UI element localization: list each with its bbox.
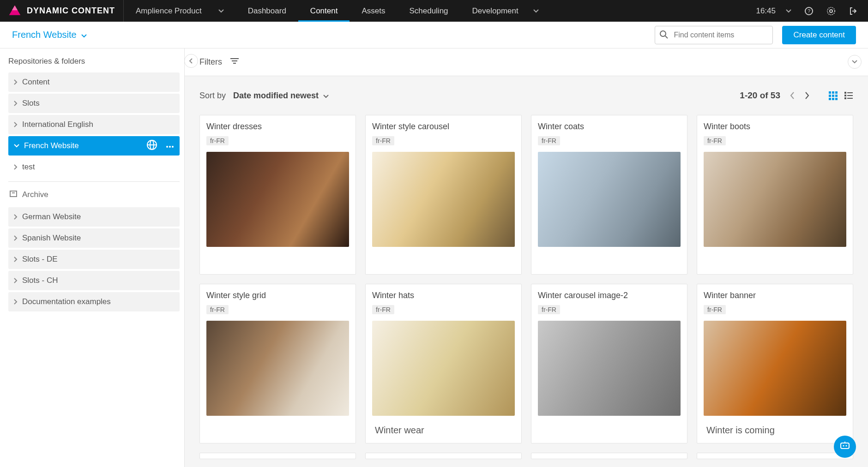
card-title: Winter boots	[704, 122, 846, 132]
card-caption: Winter is coming	[704, 425, 846, 436]
content-card[interactable]	[531, 453, 687, 459]
sidebar-item-test[interactable]: test	[8, 157, 180, 177]
svg-point-35	[843, 445, 844, 447]
svg-point-36	[846, 445, 847, 447]
search	[655, 26, 773, 44]
content-card[interactable]: Winter style carouselfr-FR	[365, 115, 522, 275]
sidebar-item-french-website[interactable]: French Website	[8, 136, 180, 156]
search-input[interactable]	[655, 26, 773, 44]
svg-rect-28	[844, 92, 846, 94]
chevron-down-icon	[81, 30, 87, 40]
create-content-button[interactable]: Create content	[782, 26, 856, 44]
content-grid: Winter dressesfr-FRWinter style carousel…	[185, 115, 868, 467]
svg-rect-33	[847, 98, 853, 99]
svg-rect-25	[829, 98, 831, 100]
sidebar-item-german[interactable]: German Website	[8, 207, 180, 227]
content-card[interactable]: Winter carousel image-2fr-FR	[531, 284, 687, 443]
card-title: Winter coats	[538, 122, 681, 132]
content-card[interactable]: Winter bannerfr-FRWinter is coming	[697, 284, 853, 443]
view-grid-button[interactable]	[828, 91, 838, 100]
sidebar-item-slots-de[interactable]: Slots - DE	[8, 250, 180, 269]
card-caption: Winter wear	[372, 425, 515, 436]
svg-point-4	[830, 10, 832, 12]
card-title: Winter style grid	[206, 291, 349, 300]
pager-next-button[interactable]	[804, 91, 810, 100]
content-card[interactable]	[199, 453, 356, 459]
nav-assets[interactable]: Assets	[350, 0, 397, 22]
locale-badge: fr-FR	[206, 136, 229, 145]
view-list-button[interactable]	[844, 91, 853, 100]
more-icon[interactable]	[166, 141, 174, 150]
nav-development[interactable]: Development	[460, 0, 551, 22]
card-thumbnail	[206, 321, 349, 416]
site-selector-label: French Website	[12, 30, 77, 40]
svg-rect-30	[844, 95, 846, 96]
filter-icon[interactable]	[229, 57, 240, 67]
content-card[interactable]	[365, 453, 522, 459]
svg-rect-14	[10, 191, 17, 197]
logo-text: DYNAMIC CONTENT	[27, 6, 115, 16]
logout-icon[interactable]	[849, 6, 858, 16]
locale-badge: fr-FR	[704, 136, 726, 145]
locale-badge: fr-FR	[206, 305, 229, 314]
content-card[interactable]: Winter hatsfr-FRWinter wear	[365, 284, 522, 443]
site-selector[interactable]: French Website	[12, 30, 87, 40]
content-card[interactable]: Winter coatsfr-FR	[531, 115, 687, 275]
logo: DYNAMIC CONTENT	[0, 0, 124, 22]
content-card[interactable]: Winter style gridfr-FR	[199, 284, 356, 443]
locale-badge: fr-FR	[704, 305, 726, 314]
collapse-sidebar-button[interactable]	[184, 54, 198, 68]
svg-point-6	[660, 31, 666, 36]
sort-value[interactable]: Date modified newest	[233, 91, 319, 101]
sidebar-item-slots-ch[interactable]: Slots - CH	[8, 271, 180, 290]
card-thumbnail	[538, 152, 681, 247]
locale-badge: fr-FR	[538, 305, 560, 314]
nav-scheduling[interactable]: Scheduling	[397, 0, 460, 22]
chat-fab[interactable]	[834, 436, 856, 458]
card-title: Winter carousel image-2	[538, 291, 681, 300]
pager: 1-20 of 53	[740, 90, 810, 101]
content-card[interactable]: Winter dressesfr-FR	[199, 115, 356, 275]
chevron-right-icon	[14, 235, 18, 241]
svg-rect-23	[832, 95, 834, 97]
svg-point-13	[172, 146, 174, 148]
sidebar-item-content[interactable]: Content	[8, 72, 180, 92]
subheader: French Website Create content	[0, 22, 868, 48]
product-selector-label: Amplience Product	[136, 6, 202, 16]
sidebar-archive[interactable]: Archive	[8, 186, 180, 203]
gear-icon[interactable]	[826, 6, 836, 16]
chevron-right-icon	[14, 122, 18, 127]
sidebar-item-slots[interactable]: Slots	[8, 94, 180, 113]
help-icon[interactable]: ?	[804, 6, 814, 16]
sidebar-item-spanish[interactable]: Spanish Website	[8, 228, 180, 248]
chevron-right-icon	[14, 299, 18, 305]
time-selector[interactable]: 16:45	[756, 6, 791, 16]
filters-bar: Filters	[185, 48, 868, 76]
card-thumbnail	[372, 152, 515, 247]
sidebar-item-intl-english[interactable]: International English	[8, 115, 180, 134]
svg-marker-1	[12, 5, 18, 10]
product-selector[interactable]: Amplience Product	[124, 6, 236, 16]
svg-rect-29	[847, 92, 853, 93]
svg-rect-20	[832, 91, 834, 94]
svg-rect-27	[835, 98, 838, 100]
card-thumbnail	[372, 321, 515, 416]
svg-rect-26	[832, 98, 834, 100]
card-title: Winter style carousel	[372, 122, 515, 132]
card-thumbnail	[704, 321, 846, 416]
expand-filters-button[interactable]	[848, 55, 862, 69]
pager-prev-button[interactable]	[790, 91, 795, 100]
nav-dashboard[interactable]: Dashboard	[236, 0, 298, 22]
content-card[interactable]	[697, 453, 853, 459]
locale-badge: fr-FR	[372, 136, 394, 145]
main: Repositories & folders Content Slots Int…	[0, 48, 868, 467]
chevron-right-icon	[14, 164, 18, 170]
sidebar-item-docs[interactable]: Documentation examples	[8, 292, 180, 311]
sort-label: Sort by	[199, 91, 226, 101]
chevron-down-icon[interactable]	[323, 91, 329, 101]
content-card[interactable]: Winter bootsfr-FR	[697, 115, 853, 275]
nav-content[interactable]: Content	[298, 0, 350, 22]
sidebar: Repositories & folders Content Slots Int…	[0, 48, 185, 467]
svg-line-7	[665, 36, 668, 38]
chevron-right-icon	[14, 214, 18, 220]
